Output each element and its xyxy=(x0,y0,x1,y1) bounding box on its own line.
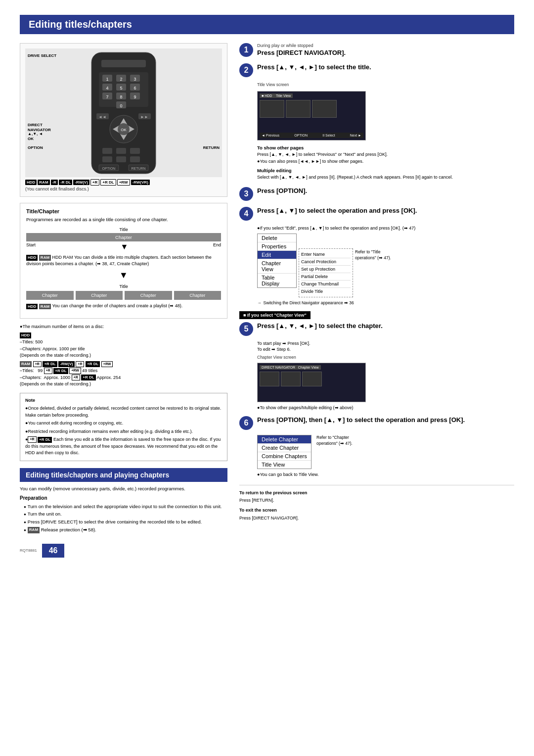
left-menu-box: Delete Properties Edit Chapter View Tabl… xyxy=(257,234,297,288)
disc-badges-row: HDD RAM -R -R DL -RW(V) +R +R DL +RW -RW… xyxy=(25,179,222,186)
svg-rect-38 xyxy=(116,156,126,162)
arrows-label: ▲,▼, ◄OK xyxy=(28,132,43,142)
plusrdl-label2: +R DL xyxy=(86,361,100,367)
step-1-heading: Press [DIRECT NAVIGATOR]. xyxy=(257,49,514,57)
chapter-view-screen: DIRECT NAVIGATOR Chapter View xyxy=(257,363,366,402)
menu-delete: Delete xyxy=(258,234,296,242)
thumb-2 xyxy=(286,100,311,118)
step-4-number: 4 xyxy=(239,207,253,221)
svg-rect-37 xyxy=(102,156,112,162)
prep-item-3: Press [DRIVE SELECT] to select the drive… xyxy=(24,518,227,526)
remote-image: 1 2 3 4 5 6 7 8 xyxy=(25,48,222,177)
hdd-badge: HDD xyxy=(25,180,37,185)
hdd-label: HDD xyxy=(20,332,31,338)
step-3-number: 3 xyxy=(239,187,253,201)
step-2-heading: Press [▲, ▼, ◄, ►] to select the title. xyxy=(257,63,514,72)
chapter-create: Create Chapter xyxy=(258,444,311,452)
r-badge: -R xyxy=(51,180,58,185)
svg-text:◄◄: ◄◄ xyxy=(98,115,106,119)
svg-text:1: 1 xyxy=(106,77,108,82)
chap-thumb-2 xyxy=(281,372,301,386)
step-1: 1 During play or while stopped Press [DI… xyxy=(239,43,514,57)
chapter-cell-3: Chapter xyxy=(125,291,172,300)
step-5-heading: Press [▲, ▼, ◄, ►] to select the chapter… xyxy=(257,322,514,331)
title-chapter-section: Title/Chapter Programmes are recorded as… xyxy=(20,203,227,319)
go-back-note: ●You can go back to Title View. xyxy=(257,472,514,477)
step-6-heading: Press [OPTION], then [▲, ▼] to select th… xyxy=(257,416,514,425)
svg-text:3: 3 xyxy=(134,77,136,82)
step-2-body: Press [▲, ▼, ◄, ►] to select the title. xyxy=(257,63,514,72)
step-2-row: 2 Press [▲, ▼, ◄, ►] to select the title… xyxy=(239,63,514,77)
svg-rect-34 xyxy=(102,148,112,154)
hdd-badge-inline: HDD xyxy=(26,255,38,260)
note-box: Note ●Once deleted, divided or partially… xyxy=(20,393,227,461)
title-chapter-desc: Programmes are recorded as a single titl… xyxy=(26,216,221,223)
svg-rect-36 xyxy=(130,148,140,154)
hdd-chapters: –Chapters: Approx. 1000 per title xyxy=(20,346,227,353)
screen-nav-indicator: ■ HDD Title View xyxy=(260,94,293,98)
step-6: 6 Press [OPTION], then [▲, ▼] to select … xyxy=(239,416,514,477)
chap-screen-label: Chapter View screen xyxy=(257,355,514,360)
step-6-body: Press [OPTION], then [▲, ▼] to select th… xyxy=(257,416,514,425)
menu-layout: Delete Properties Edit Chapter View Tabl… xyxy=(257,234,400,297)
single-chapter-diagram: Title Chapter Start ▼ End HDD RAM HDD RA… xyxy=(26,227,221,267)
editing-playing-desc: You can modify (remove unnecessary parts… xyxy=(20,486,227,491)
plusrdl-badge: +R DL xyxy=(100,179,116,186)
note-item-2: ●You cannot edit during recording or cop… xyxy=(25,420,222,427)
cant-edit-note: (You cannot edit finalised discs.) xyxy=(25,187,222,191)
page: Editing titles/chapters xyxy=(0,0,534,756)
return-label: To return to the previous screen Press [… xyxy=(239,489,514,505)
step-4-content: ●If you select "Edit", press [▲, ▼] to s… xyxy=(257,226,514,305)
svg-text:2: 2 xyxy=(120,77,122,82)
step-5-row: 5 Press [▲, ▼, ◄, ►] to select the chapt… xyxy=(239,322,514,336)
start-label: Start xyxy=(26,242,36,251)
svg-rect-39 xyxy=(130,156,140,162)
multi-chapter-diagram: Title Chapter Chapter Chapter Chapter HD… xyxy=(26,284,221,309)
step-2: 2 Press [▲, ▼, ◄, ►] to select the title… xyxy=(239,63,514,181)
screen-thumbnails xyxy=(260,100,363,118)
step-3-body: Press [OPTION]. xyxy=(257,187,514,195)
chap-thumb-3 xyxy=(302,372,322,386)
step-3-heading: Press [OPTION]. xyxy=(257,187,514,195)
bottom-nav: To return to the previous screen Press [… xyxy=(239,485,514,522)
note-item-3: ●Restricted recording information remain… xyxy=(25,428,222,435)
step-5-content: To start play ➡ Press [OK]. To edit ➡ St… xyxy=(257,341,514,410)
step-2-content: Title View screen ■ HDD Title View ◄ Pre… xyxy=(257,82,514,181)
menu-chapter-view: Chapter View xyxy=(258,259,296,274)
ram-badge-inline2: RAM xyxy=(39,304,51,309)
show-other-pages: ●To show other pages/Multiple editing (➡… xyxy=(257,405,514,410)
submenu-setup-protect: Set up Protection xyxy=(301,266,351,273)
submenu-change-thumb: Change Thumbnail xyxy=(301,281,351,288)
remote-control-area: 1 2 3 4 5 6 7 8 xyxy=(20,43,227,197)
thumb-1 xyxy=(260,100,284,118)
preparation-list: Turn on the television and select the ap… xyxy=(20,503,227,534)
option-label: OPTION xyxy=(28,145,43,150)
note-title: Note xyxy=(25,397,222,404)
plusr-label2: +R xyxy=(76,361,84,368)
multiple-editing-label: Multiple editing xyxy=(257,167,514,174)
plusrw-badge: +RW xyxy=(117,179,130,186)
rwv-label2: -RW(V) xyxy=(58,361,75,367)
nav-next: Next ► xyxy=(350,134,361,137)
also-press: ●You can also press [◄◄, ►►] to show oth… xyxy=(257,158,514,165)
svg-text:►►: ►► xyxy=(140,115,148,119)
chapters-row: Chapter Chapter Chapter Chapter xyxy=(26,291,221,300)
title-label: Title xyxy=(26,227,221,232)
nav-select: II Select xyxy=(322,134,335,137)
rwv-badge: -RW(V) xyxy=(73,180,89,185)
prep-item-2: Turn the unit on. xyxy=(24,510,227,518)
step-5-number: 5 xyxy=(239,322,253,336)
screen-label: Title View screen xyxy=(257,82,514,87)
to-show-pages: To show other pages Press [▲, ▼, ◄, ►] t… xyxy=(257,144,514,181)
menu-properties: Properties xyxy=(258,242,296,251)
rdl-badge: -R DL xyxy=(59,180,72,185)
svg-text:9: 9 xyxy=(134,94,136,99)
end-label: End xyxy=(213,242,221,251)
title-bar2: Title xyxy=(26,284,221,289)
prep-item-4: RAM Release protection (➡ 58). xyxy=(24,526,227,534)
drive-select-label: DRIVE SELECT xyxy=(28,53,56,58)
svg-text:8: 8 xyxy=(120,94,122,99)
chapter-thumbnails xyxy=(260,372,363,386)
svg-text:0: 0 xyxy=(120,103,122,108)
step-6-number: 6 xyxy=(239,416,253,430)
